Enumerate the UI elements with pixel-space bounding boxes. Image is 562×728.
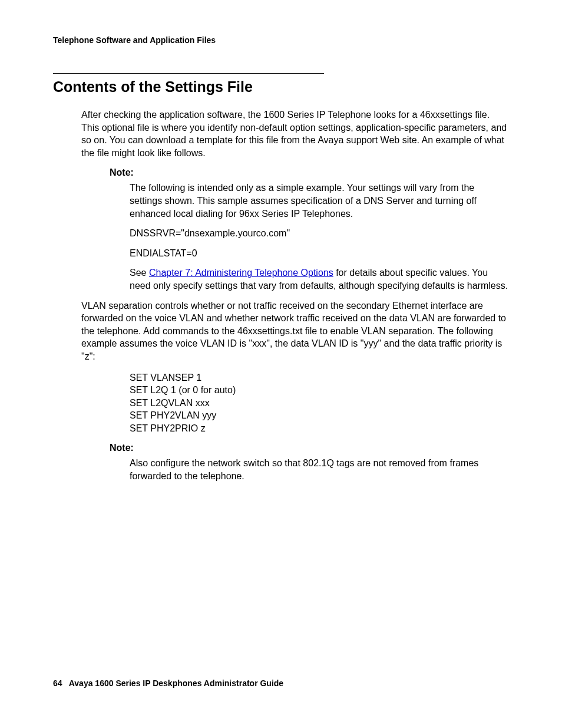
note-1-body: The following is intended only as a simp… (130, 182, 509, 220)
vlan-paragraph: VLAN separation controls whether or not … (81, 299, 509, 363)
page-footer: 64 Avaya 1600 Series IP Deskphones Admin… (53, 678, 283, 688)
section-title: Contents of the Settings File (53, 78, 509, 95)
page-number: 64 (53, 678, 62, 688)
vlan-code-block: SET VLANSEP 1 SET L2Q 1 (or 0 for auto) … (130, 371, 509, 435)
section-rule (53, 73, 324, 74)
chapter-link[interactable]: Chapter 7: Administering Telephone Optio… (149, 268, 333, 278)
page-content: Telephone Software and Application Files… (0, 0, 562, 483)
note-2-body: Also configure the network switch so tha… (130, 457, 509, 482)
see-paragraph: See Chapter 7: Administering Telephone O… (130, 266, 509, 292)
note-2-label: Note: (110, 443, 509, 453)
note-1-label: Note: (110, 167, 509, 178)
running-header: Telephone Software and Application Files (53, 35, 509, 45)
example-line-1: DNSSRVR="dnsexample.yourco.com" (130, 227, 509, 240)
see-prefix: See (130, 268, 149, 278)
example-line-2: ENDIALSTAT=0 (130, 247, 509, 260)
intro-paragraph: After checking the application software,… (81, 108, 509, 159)
footer-doc-title: Avaya 1600 Series IP Deskphones Administ… (69, 678, 283, 688)
